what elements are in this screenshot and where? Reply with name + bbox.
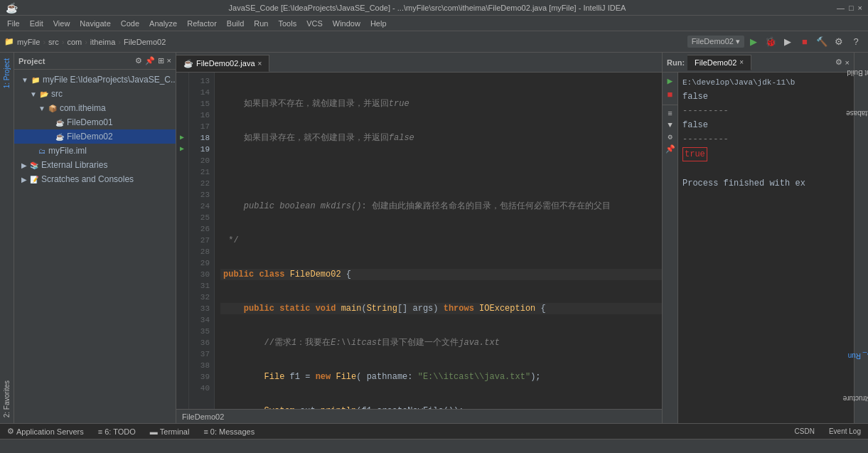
run-side-toolbar: ▶ ■ ≡ ▼ ⚙ 📌 bbox=[663, 73, 678, 423]
run-output-false2: false bbox=[682, 118, 850, 132]
run-scroll-icon[interactable]: ≡ bbox=[668, 110, 673, 118]
todo-icon: ≡ bbox=[98, 427, 102, 436]
bottom-tab-terminal[interactable]: ▬ Terminal bbox=[147, 426, 193, 437]
maximize-button[interactable]: □ bbox=[849, 4, 854, 12]
right-vtab-database[interactable]: Database bbox=[840, 108, 868, 119]
tree-label-myfile: myFile E:\IdeaProjects\JavaSE_C... bbox=[43, 75, 176, 85]
folder-icon: 📁 bbox=[4, 37, 14, 46]
terminal-label: Terminal bbox=[160, 427, 190, 436]
run-restart-icon[interactable]: ▶ bbox=[668, 75, 673, 87]
bottom-tab-todo[interactable]: ≡ 6: TODO bbox=[95, 426, 139, 437]
exec-arrow-19: ▶ bbox=[176, 144, 188, 155]
run-settings2-icon[interactable]: ⚙ bbox=[668, 132, 673, 142]
run-button[interactable]: ▶ bbox=[746, 34, 761, 50]
sidebar-settings-icon[interactable]: ⚙ bbox=[135, 56, 142, 65]
terminal-icon: ▬ bbox=[150, 427, 158, 436]
package-icon: 📦 bbox=[48, 105, 57, 112]
right-vtab-run[interactable]: ▶_ Run bbox=[842, 351, 868, 361]
menu-code[interactable]: Code bbox=[117, 18, 144, 29]
exec-gutter: ▶ ▶ bbox=[176, 73, 189, 409]
run-header-icons: ⚙ × bbox=[835, 58, 850, 67]
run-tab-label: FileDemo02 bbox=[695, 58, 736, 67]
code-container[interactable]: ▶ ▶ 13 14 15 16 17 18 19 20 21 22 23 24 … bbox=[176, 73, 662, 409]
menu-analyze[interactable]: Analyze bbox=[145, 18, 181, 29]
bottom-tab-csdn[interactable]: CSDN bbox=[792, 426, 818, 437]
code-line-13: 如果目录不存在，就创建目录，并返回true bbox=[220, 98, 662, 110]
menu-window[interactable]: Window bbox=[328, 18, 365, 29]
code-line-16: public boolean mkdirs(): 创建由此抽象路径名命名的目录，… bbox=[220, 201, 662, 212]
tree-item-src[interactable]: ▼ 📂 src bbox=[14, 87, 176, 101]
run-close-icon[interactable]: × bbox=[845, 58, 850, 67]
run-pin-icon[interactable]: 📌 bbox=[665, 144, 675, 154]
editor-tabs: ☕ FileDemo02.java × bbox=[176, 53, 662, 73]
menu-help[interactable]: Help bbox=[366, 18, 391, 29]
tree-item-external[interactable]: ▶ 📚 External Libraries bbox=[14, 158, 176, 172]
right-vtab-ant[interactable]: Ant Build bbox=[841, 68, 868, 78]
menu-vcs[interactable]: VCS bbox=[302, 18, 327, 29]
tree-item-filedemo01[interactable]: ▶ ☕ FileDemo01 bbox=[14, 115, 176, 129]
settings-button[interactable]: ⚙ bbox=[831, 34, 847, 50]
java-icon: ☕ bbox=[55, 133, 64, 141]
bottom-tab-messages[interactable]: ≡ 0: Messages bbox=[200, 426, 257, 437]
debug-button[interactable]: 🐞 bbox=[763, 34, 778, 50]
app-servers-icon: ⚙ bbox=[7, 427, 14, 436]
run-output-true: true bbox=[682, 146, 850, 162]
menu-refactor[interactable]: Refactor bbox=[183, 18, 221, 29]
window-controls[interactable]: — □ × bbox=[837, 4, 862, 12]
menu-edit[interactable]: Edit bbox=[26, 18, 48, 29]
sidebar-close-icon[interactable]: × bbox=[167, 56, 171, 65]
sidebar-expand-icon[interactable]: ⊞ bbox=[158, 56, 164, 65]
src-icon: 📂 bbox=[40, 90, 48, 98]
run-with-coverage[interactable]: ▶ bbox=[780, 34, 795, 50]
csdn-label: CSDN bbox=[795, 427, 815, 435]
run-output-blank bbox=[682, 162, 850, 176]
code-editor[interactable]: 如果目录不存在，就创建目录，并返回true 如果目录存在，就不创建目录，并返回f… bbox=[215, 73, 662, 409]
run-filter-icon[interactable]: ▼ bbox=[668, 121, 673, 129]
menu-build[interactable]: Build bbox=[223, 18, 248, 29]
editor-area: ☕ FileDemo02.java × ▶ ▶ 13 14 15 bbox=[176, 53, 662, 423]
filedemo02-label: FileDemo02 bbox=[124, 38, 166, 46]
project-sidebar: Project ⚙ 📌 ⊞ × ▼ 📁 myFile E:\IdeaProjec… bbox=[14, 53, 176, 423]
sep1: › bbox=[43, 38, 45, 46]
stop-button[interactable]: ■ bbox=[797, 34, 813, 50]
sidebar-pin-icon[interactable]: 📌 bbox=[145, 56, 155, 65]
tree-label-iml: myFile.iml bbox=[48, 146, 87, 156]
toolbar: 📁 myFile › src › com › itheima › FileDem… bbox=[0, 31, 868, 53]
run-config-selector[interactable]: FileDemo02 ▾ bbox=[687, 36, 744, 48]
editor-tab-filedemo02[interactable]: ☕ FileDemo02.java × bbox=[176, 55, 269, 72]
run-tab-filedemo02[interactable]: FileDemo02 × bbox=[687, 55, 751, 70]
tree-item-myfile[interactable]: ▼ 📁 myFile E:\IdeaProjects\JavaSE_C... bbox=[14, 73, 176, 87]
menu-navigate[interactable]: Navigate bbox=[75, 18, 114, 29]
minimize-button[interactable]: — bbox=[837, 4, 845, 12]
sidebar-header: Project ⚙ 📌 ⊞ × bbox=[14, 53, 176, 70]
left-vtab-favorites[interactable]: 2: Favorites bbox=[1, 375, 12, 423]
help-button[interactable]: ? bbox=[848, 34, 864, 50]
bottom-tab-app-servers[interactable]: ⚙ Application Servers bbox=[4, 425, 87, 437]
close-button[interactable]: × bbox=[858, 4, 862, 12]
code-line-21: File f1 = new File( pathname: "E:\\itcas… bbox=[220, 371, 662, 383]
menu-run[interactable]: Run bbox=[250, 18, 272, 29]
scratch-icon: 📝 bbox=[30, 176, 38, 183]
run-settings-icon[interactable]: ⚙ bbox=[835, 58, 842, 67]
file-tree: ▼ 📁 myFile E:\IdeaProjects\JavaSE_C... ▼… bbox=[14, 70, 176, 423]
run-tab-close[interactable]: × bbox=[739, 58, 744, 66]
tree-item-iml[interactable]: ▶ 🗂 myFile.iml bbox=[14, 144, 176, 158]
run-label: Run: bbox=[667, 58, 685, 67]
right-vtab-structure[interactable]: 2: Structure bbox=[837, 394, 868, 405]
project-selector[interactable]: 📁 myFile › src › com › itheima › FileDem… bbox=[4, 37, 166, 46]
tree-item-filedemo02[interactable]: ▶ ☕ FileDemo02 bbox=[14, 129, 176, 144]
right-vtab-maven[interactable]: Maven Projects bbox=[760, 230, 868, 241]
left-vtab-project[interactable]: 1: Project bbox=[1, 53, 12, 94]
messages-icon: ≡ bbox=[203, 427, 208, 436]
menu-view[interactable]: View bbox=[49, 18, 75, 29]
bottom-tab-eventlog[interactable]: Event Log bbox=[826, 426, 864, 437]
run-stop-icon[interactable]: ■ bbox=[668, 90, 673, 100]
tree-item-com-itheima[interactable]: ▼ 📦 com.itheima bbox=[14, 101, 176, 115]
menu-tools[interactable]: Tools bbox=[274, 18, 301, 29]
menu-file[interactable]: File bbox=[3, 18, 24, 29]
tree-item-scratches[interactable]: ▶ 📝 Scratches and Consoles bbox=[14, 172, 176, 186]
sidebar-icons: ⚙ 📌 ⊞ × bbox=[135, 56, 171, 65]
tab-close[interactable]: × bbox=[258, 60, 262, 68]
build-button[interactable]: 🔨 bbox=[814, 34, 830, 50]
gutter-line bbox=[176, 121, 188, 132]
